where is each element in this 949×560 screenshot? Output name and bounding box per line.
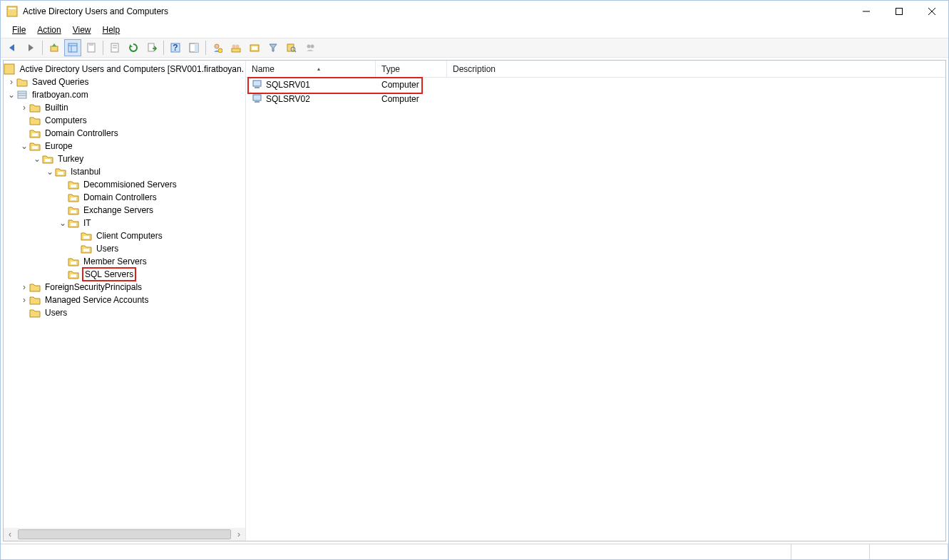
- tree-istanbul-dc[interactable]: Domain Controllers: [4, 191, 245, 204]
- ou-icon: [42, 153, 53, 165]
- expand-icon[interactable]: ›: [19, 282, 29, 292]
- column-description[interactable]: Description: [447, 61, 945, 77]
- column-name[interactable]: Name▴: [246, 61, 376, 77]
- svg-rect-44: [83, 236, 89, 239]
- svg-rect-42: [71, 210, 76, 213]
- svg-point-21: [218, 48, 222, 53]
- tree-turkey[interactable]: ⌄ Turkey: [4, 152, 245, 165]
- collapse-icon[interactable]: ⌄: [6, 90, 16, 100]
- svg-rect-49: [255, 87, 260, 88]
- list-rows[interactable]: SQLSRV01 Computer SQLSRV02 Computer: [246, 78, 945, 541]
- tree-computers[interactable]: Computers: [4, 114, 245, 127]
- menu-action[interactable]: Action: [33, 24, 65, 36]
- toolbar-separator: [103, 41, 103, 55]
- tree-sql-servers[interactable]: SQL Servers: [4, 268, 245, 281]
- sort-asc-icon: ▴: [317, 66, 320, 72]
- expand-icon[interactable]: ›: [6, 77, 16, 87]
- status-segment: [791, 544, 870, 559]
- svg-rect-41: [71, 197, 76, 200]
- tree-hscrollbar[interactable]: ‹ ›: [4, 528, 245, 541]
- export-list-button[interactable]: [143, 39, 160, 56]
- tree-it[interactable]: ⌄ IT: [4, 217, 245, 229]
- help-button[interactable]: ?: [167, 39, 184, 56]
- collapse-icon[interactable]: ⌄: [58, 218, 68, 228]
- toolbar-separator: [205, 41, 206, 55]
- ou-icon: [68, 256, 79, 267]
- expand-icon[interactable]: ›: [19, 295, 29, 305]
- svg-rect-38: [45, 159, 51, 162]
- svg-rect-3: [896, 8, 903, 14]
- tree-pane: Active Directory Users and Computers [SR…: [4, 61, 246, 541]
- svg-rect-19: [195, 43, 198, 52]
- tree-client-computers[interactable]: Client Computers: [4, 229, 245, 242]
- collapse-icon[interactable]: ⌄: [32, 154, 42, 164]
- svg-line-29: [294, 51, 296, 52]
- tree-builtin[interactable]: › Builtin: [4, 101, 245, 114]
- expand-icon[interactable]: ›: [19, 103, 29, 113]
- add-to-group-button[interactable]: [302, 39, 319, 56]
- tree[interactable]: Active Directory Users and Computers [SR…: [4, 61, 245, 321]
- up-button[interactable]: [46, 39, 63, 56]
- close-button[interactable]: [915, 1, 948, 21]
- tree-saved-queries[interactable]: › Saved Queries: [4, 76, 245, 88]
- refresh-button[interactable]: [125, 39, 142, 56]
- back-button[interactable]: [4, 39, 21, 56]
- tree-fsp[interactable]: › ForeignSecurityPrincipals: [4, 281, 245, 294]
- tree-istanbul[interactable]: ⌄ Istanbul: [4, 165, 245, 178]
- list-row[interactable]: SQLSRV02 Computer: [246, 92, 945, 106]
- tree-domain-controllers[interactable]: Domain Controllers: [4, 127, 245, 140]
- delete-button[interactable]: [83, 39, 100, 56]
- status-bar: [1, 544, 948, 559]
- toolbar-separator: [163, 41, 164, 55]
- new-user-button[interactable]: [209, 39, 226, 56]
- tree-it-users[interactable]: Users: [4, 242, 245, 255]
- ou-icon: [68, 192, 79, 203]
- tree-msa[interactable]: › Managed Service Accounts: [4, 294, 245, 306]
- show-hide-actionpane-button[interactable]: [185, 39, 202, 56]
- menu-help[interactable]: Help: [98, 24, 125, 36]
- filter-button[interactable]: [265, 39, 282, 56]
- folder-icon: [16, 76, 28, 88]
- ou-icon: [68, 269, 79, 280]
- tree-exchange[interactable]: Exchange Servers: [4, 204, 245, 217]
- menu-view[interactable]: View: [68, 24, 96, 36]
- list-header: Name▴ Type Description: [246, 61, 945, 78]
- ou-icon: [29, 140, 41, 152]
- list-row[interactable]: SQLSRV01 Computer: [246, 78, 945, 92]
- tree-member-servers[interactable]: Member Servers: [4, 255, 245, 268]
- row-name: SQLSRV01: [266, 80, 310, 90]
- scroll-right-button[interactable]: ›: [232, 528, 245, 541]
- scroll-left-button[interactable]: ‹: [4, 528, 16, 541]
- svg-rect-43: [71, 223, 76, 226]
- tree-decommissioned[interactable]: Decommisioned Servers: [4, 178, 245, 191]
- status-segment: [870, 544, 948, 559]
- tree-europe[interactable]: ⌄ Europe: [4, 140, 245, 152]
- collapse-icon[interactable]: ⌄: [19, 141, 29, 151]
- tree-users[interactable]: Users: [4, 306, 245, 319]
- column-type[interactable]: Type: [376, 61, 447, 77]
- menu-file[interactable]: File: [8, 24, 30, 36]
- computer-icon: [252, 79, 263, 90]
- tree-domain[interactable]: ⌄ firatboyan.com: [4, 88, 245, 101]
- svg-rect-6: [51, 46, 58, 51]
- collapse-icon[interactable]: ⌄: [45, 167, 55, 177]
- find-button[interactable]: [283, 39, 300, 56]
- new-ou-button[interactable]: [246, 39, 263, 56]
- svg-point-22: [232, 45, 236, 48]
- new-group-button[interactable]: [227, 39, 245, 56]
- forward-button[interactable]: [22, 39, 39, 56]
- folder-icon: [29, 281, 41, 293]
- ou-icon: [81, 243, 92, 254]
- computer-icon: [252, 93, 263, 105]
- properties-button[interactable]: [106, 39, 123, 56]
- window-title: Active Directory Users and Computers: [23, 6, 850, 16]
- svg-rect-24: [232, 48, 240, 52]
- minimize-button[interactable]: [850, 1, 883, 21]
- scroll-thumb[interactable]: [18, 529, 231, 539]
- window-controls: [850, 1, 948, 21]
- svg-rect-15: [148, 43, 154, 51]
- svg-point-31: [311, 45, 314, 48]
- tree-root[interactable]: Active Directory Users and Computers [SR…: [4, 63, 245, 76]
- maximize-button[interactable]: [883, 1, 915, 21]
- show-hide-tree-button[interactable]: [64, 39, 81, 56]
